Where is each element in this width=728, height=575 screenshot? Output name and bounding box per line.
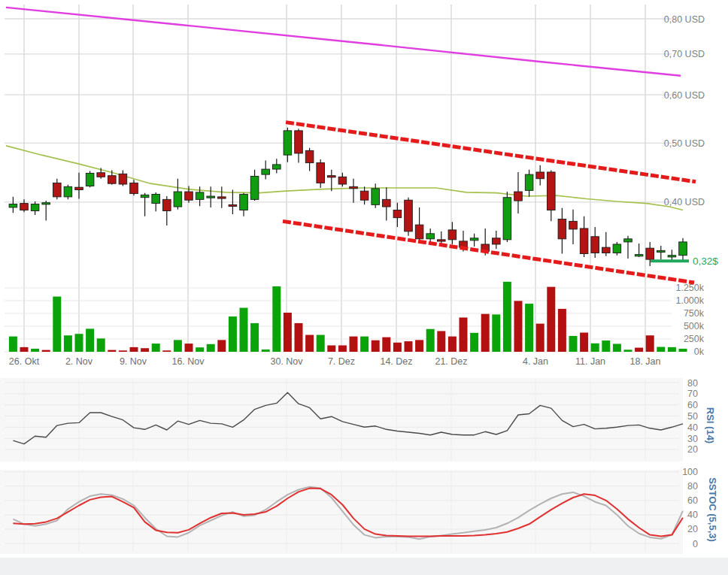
volume-bar: [448, 337, 457, 352]
candle-body: [383, 199, 391, 207]
volume-bar: [646, 335, 654, 352]
volume-bar: [119, 350, 127, 352]
rsi-tick-label: 70: [687, 389, 698, 399]
candle-body: [163, 199, 171, 210]
price-axis-label: 0,80 USD: [664, 14, 705, 25]
date-tick-label: 30. Nov: [270, 356, 303, 367]
stoch-tick-label: 100: [682, 467, 698, 477]
date-tick-label: 14. Dez: [380, 356, 412, 367]
volume-bar: [668, 347, 676, 352]
candle-body: [591, 237, 599, 253]
date-tick-label: 16. Nov: [171, 356, 205, 367]
candle-body: [250, 177, 259, 200]
candle-body: [602, 247, 611, 253]
volume-bar: [152, 343, 160, 352]
volume-bar: [130, 347, 138, 352]
volume-bar: [415, 340, 423, 352]
volume-bar: [393, 343, 402, 352]
bottom-strip: [0, 558, 728, 575]
volume-bar: [405, 341, 413, 352]
volume-bar: [591, 343, 599, 352]
candle-body: [284, 131, 292, 155]
candle-body: [493, 238, 501, 244]
candle-body: [679, 242, 687, 256]
candle-body: [31, 204, 39, 210]
volume-bar: [338, 346, 347, 353]
volume-bar: [262, 350, 270, 352]
candle-body: [20, 204, 29, 210]
stoch-tick-label: 80: [687, 481, 698, 492]
volume-bar: [580, 333, 588, 353]
candle-body: [350, 186, 358, 188]
candle-body: [328, 176, 336, 177]
volume-bar: [196, 347, 204, 352]
rsi-tick-label: 20: [687, 444, 698, 455]
volume-bar: [141, 348, 149, 352]
stock-chart-page: 0,80 USD0,70 USD0,60 USD0,50 USD0,40 USD…: [0, 0, 728, 575]
candle-body: [580, 228, 588, 254]
volume-bar: [31, 349, 39, 352]
volume-bar: [295, 323, 303, 352]
volume-bar: [547, 287, 555, 352]
candle-body: [108, 176, 117, 184]
candle-body: [426, 234, 435, 239]
volume-bar: [162, 350, 171, 352]
volume-bar: [437, 331, 445, 352]
candle-body: [207, 196, 215, 198]
candle-body: [141, 195, 149, 197]
channel-upper-line: [286, 123, 696, 182]
candle-body: [548, 172, 556, 210]
candle-body: [536, 172, 544, 179]
candle-body: [229, 204, 237, 206]
volume-bar: [679, 349, 687, 352]
candle-body: [75, 187, 83, 189]
candle-body: [305, 150, 314, 162]
volume-bar: [20, 347, 29, 352]
candle-body: [174, 192, 182, 207]
volume-bar: [350, 337, 358, 352]
volume-bar: [305, 335, 314, 352]
volume-bar: [42, 350, 50, 352]
volume-bar: [229, 316, 237, 352]
candle-body: [624, 239, 632, 242]
candle-body: [393, 210, 402, 218]
volume-bar: [481, 314, 490, 352]
candle-body: [657, 250, 666, 252]
volume-bar: [174, 340, 182, 352]
long-term-trendline: [6, 8, 681, 76]
volume-bar: [536, 324, 544, 352]
volume-bar: [86, 328, 94, 352]
rsi-tick-label: 30: [687, 434, 698, 444]
candle-body: [273, 165, 281, 169]
volume-axis-label: 1.000k: [675, 295, 704, 306]
date-tick-label: 4. Jan: [523, 356, 548, 367]
candle-body: [448, 230, 457, 240]
volume-bar: [360, 337, 369, 352]
volume-bar: [108, 350, 116, 352]
date-tick-label: 18. Jan: [629, 356, 660, 367]
date-tick-label: 7. Dez: [328, 356, 355, 367]
volume-axis-label: 0k: [694, 347, 705, 357]
volume-bar: [53, 297, 61, 352]
date-tick-label: 11. Jan: [575, 356, 605, 367]
date-tick-label: 9. Nov: [120, 356, 147, 367]
stoch-panel-label: SSTOC (5,5,3): [707, 477, 718, 542]
candle-body: [9, 204, 17, 207]
candle-body: [405, 200, 413, 232]
volume-bar: [97, 338, 105, 352]
candle-body: [262, 169, 270, 174]
candle-body: [646, 248, 654, 259]
stoch-tick-label: 20: [687, 524, 698, 534]
rsi-tick-label: 60: [687, 400, 698, 410]
candle-body: [42, 203, 50, 204]
volume-bar: [317, 335, 325, 352]
volume-bar: [558, 309, 566, 352]
volume-bar: [185, 343, 193, 352]
volume-bar: [525, 304, 533, 352]
volume-bar: [426, 329, 435, 352]
rsi-tick-label: 80: [687, 378, 698, 389]
volume-axis-label: 1.250k: [675, 283, 704, 293]
price-chart-canvas[interactable]: 0,80 USD0,70 USD0,60 USD0,50 USD0,40 USD…: [0, 0, 728, 575]
candle-body: [119, 174, 127, 184]
volume-bar: [460, 317, 468, 352]
